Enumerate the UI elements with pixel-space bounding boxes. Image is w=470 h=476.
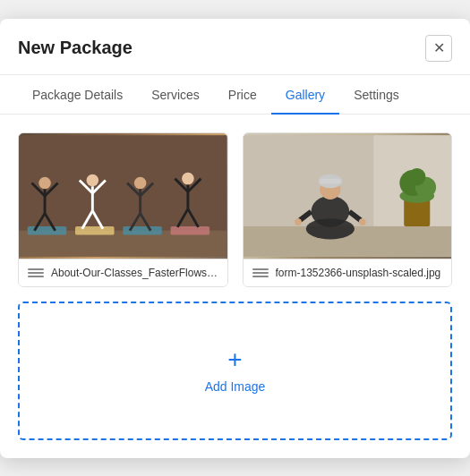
image-filename-2: form-1352366-unsplash-scaled.jpg	[276, 267, 441, 279]
svg-rect-2	[28, 225, 67, 234]
svg-point-24	[182, 172, 194, 184]
tabs-bar: Package Details Services Price Gallery S…	[0, 75, 470, 115]
svg-point-43	[295, 218, 302, 225]
svg-point-46	[305, 218, 354, 239]
drag-handle-icon-2[interactable]	[252, 268, 269, 277]
image-footer-1: About-Our-Classes_FasterFlows.jpg	[19, 259, 227, 286]
svg-point-6	[38, 176, 51, 189]
tab-package-details[interactable]: Package Details	[18, 75, 137, 115]
drag-handle-icon-1[interactable]	[28, 268, 44, 277]
gallery-content: About-Our-Classes_FasterFlows.jpg	[0, 115, 470, 458]
images-grid: About-Our-Classes_FasterFlows.jpg	[18, 132, 452, 287]
svg-point-37	[408, 168, 425, 185]
dialog-header: New Package ✕	[0, 19, 470, 75]
add-icon: +	[227, 347, 242, 372]
tab-price[interactable]: Price	[214, 75, 271, 115]
tab-gallery[interactable]: Gallery	[271, 75, 339, 115]
image-filename-1: About-Our-Classes_FasterFlows.jpg	[51, 267, 218, 279]
image-card-2: form-1352366-unsplash-scaled.jpg	[243, 132, 453, 287]
add-image-button[interactable]: + Add Image	[18, 302, 452, 440]
svg-rect-5	[171, 225, 210, 234]
image-preview-1	[19, 133, 227, 259]
add-image-label: Add Image	[205, 379, 266, 394]
svg-point-45	[358, 218, 365, 225]
svg-rect-4	[123, 225, 162, 234]
svg-point-18	[134, 176, 147, 189]
tab-settings[interactable]: Settings	[339, 75, 414, 115]
tab-services[interactable]: Services	[137, 75, 214, 115]
svg-rect-3	[75, 225, 115, 234]
image-footer-2: form-1352366-unsplash-scaled.jpg	[244, 259, 452, 286]
image-preview-2	[244, 133, 452, 259]
new-package-dialog: New Package ✕ Package Details Services P…	[0, 19, 470, 458]
svg-point-12	[87, 174, 99, 186]
close-button[interactable]: ✕	[425, 35, 452, 62]
image-card-1: About-Our-Classes_FasterFlows.jpg	[18, 132, 228, 287]
svg-rect-41	[320, 178, 340, 183]
dialog-title: New Package	[18, 38, 132, 58]
